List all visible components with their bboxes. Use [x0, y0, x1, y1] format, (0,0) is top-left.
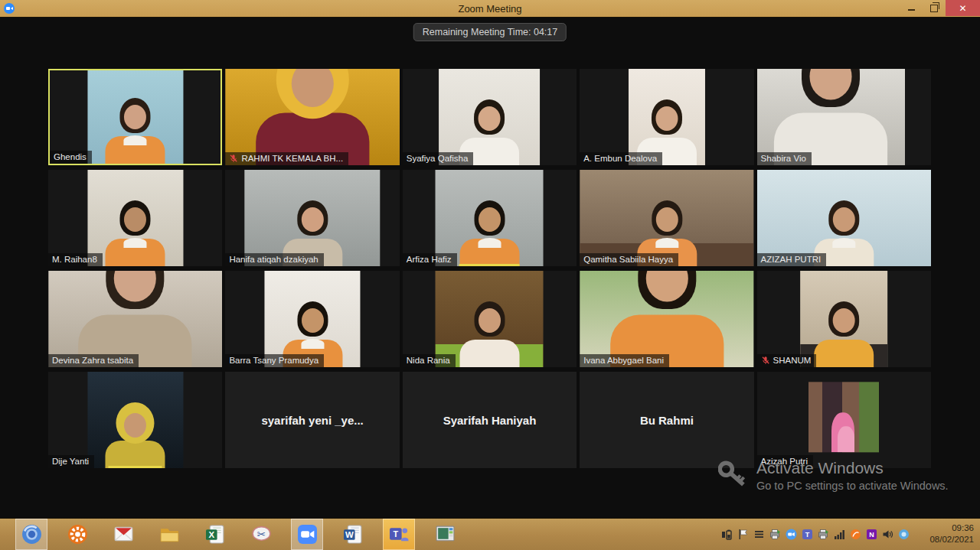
participant-video — [87, 372, 183, 468]
participant-tile[interactable]: Dije Yanti — [48, 372, 222, 468]
minimize-button[interactable] — [900, 0, 923, 16]
taskbar-pinned: X✂WT — [0, 519, 461, 550]
participant-name-text: AZIZAH PUTRI — [761, 255, 822, 264]
participant-name-text: Syafiya Qafisha — [407, 154, 469, 163]
minimize-icon — [908, 9, 915, 11]
participant-tile[interactable]: AZIZAH PUTRI — [757, 170, 931, 266]
speaking-indicator — [459, 264, 520, 266]
tray-speaker-icon[interactable] — [882, 529, 893, 540]
participant-figure — [77, 271, 194, 367]
tray-printer-icon[interactable] — [818, 529, 829, 540]
close-button[interactable]: ✕ — [946, 0, 980, 16]
participant-video — [87, 170, 183, 266]
participant-tile[interactable]: SHANUM — [757, 271, 931, 367]
participant-name-label: Nida Rania — [403, 354, 456, 367]
svg-text:X: X — [208, 530, 214, 539]
participant-tile[interactable]: M. Raihan8 — [48, 170, 222, 266]
taskbar-mail-app-icon[interactable] — [107, 519, 139, 550]
tray-onenote-icon[interactable]: N — [866, 529, 877, 540]
participant-tile[interactable]: Ghendis — [48, 69, 222, 165]
participant-video — [265, 271, 361, 367]
remaining-time-badge: Remaining Meeting Time: 04:17 — [413, 23, 567, 41]
tray-battery-icon[interactable] — [721, 529, 733, 540]
taskbar-zoom-app-icon[interactable] — [291, 519, 323, 550]
taskbar-clock[interactable]: 09:36 08/02/2021 — [929, 522, 974, 545]
tray-printer-icon[interactable] — [769, 529, 781, 540]
participant-figure — [813, 301, 874, 367]
watermark-title: Activate Windows — [756, 459, 949, 477]
participant-figure — [459, 301, 520, 367]
participant-name-label: Ivana Abbygael Bani — [580, 354, 669, 367]
clock-date: 08/02/2021 — [929, 534, 974, 545]
watermark-text: Activate Windows Go to PC settings to ac… — [756, 459, 949, 494]
speaking-indicator — [109, 466, 162, 468]
tray-teamsdot-icon[interactable]: T — [802, 529, 813, 540]
participant-name-label: M. Raihan8 — [48, 253, 103, 266]
participant-video — [87, 70, 183, 164]
participant-name-label: RAHMI TK KEMALA BH... — [225, 152, 348, 165]
profile-photo — [808, 382, 879, 452]
participant-video — [436, 170, 544, 266]
tray-flag-icon[interactable] — [737, 529, 749, 540]
participant-tile[interactable]: Qamitha Sabiila Hayya — [580, 170, 753, 266]
taskbar-teams-icon[interactable]: T — [383, 519, 415, 550]
participant-video — [244, 170, 380, 266]
participant-tile[interactable]: Bu Rahmi — [580, 372, 753, 468]
participant-video — [757, 170, 931, 266]
taskbar-snipping-tool-icon[interactable]: ✂ — [245, 519, 277, 550]
participant-name-text: M. Raihan8 — [52, 255, 97, 264]
participant-tile[interactable]: A. Embun Dealova — [580, 69, 753, 165]
windows-key-icon — [718, 459, 750, 494]
participant-figure — [773, 69, 889, 165]
participant-name-label: Devina Zahra tsabita — [48, 354, 139, 367]
participant-tile[interactable]: RAHMI TK KEMALA BH... — [225, 69, 399, 165]
participant-name-text: Ivana Abbygael Bani — [583, 356, 664, 365]
participant-name-label: Qamitha Sabiila Hayya — [580, 253, 678, 266]
participant-tile[interactable]: Devina Zahra tsabita — [48, 271, 222, 367]
taskbar-excel-icon[interactable]: X — [199, 519, 231, 550]
tray-signal-icon[interactable] — [834, 529, 845, 540]
participant-name-text: Dije Yanti — [52, 457, 89, 466]
participant-tile[interactable]: Nida Rania — [403, 271, 577, 367]
participant-tile[interactable]: Arfiza Hafiz — [403, 170, 577, 266]
participant-name-label: Syafiya Qafisha — [403, 152, 474, 165]
taskbar-image-viewer-icon[interactable] — [429, 519, 461, 550]
svg-text:N: N — [869, 531, 874, 539]
participant-tile[interactable]: Syarifah Haniyah — [403, 372, 577, 468]
participant-tile[interactable]: Azizah Putri — [757, 372, 931, 468]
participant-tile[interactable]: Syafiya Qafisha — [403, 69, 577, 165]
tray-avast-icon[interactable] — [850, 529, 861, 540]
participant-name-label: A. Embun Dealova — [580, 152, 662, 165]
participant-video — [439, 69, 541, 165]
participant-figure — [105, 200, 166, 266]
participant-tile[interactable]: Shabira Vio — [757, 69, 931, 165]
participant-name-text: Shabira Vio — [761, 154, 806, 163]
participant-video — [800, 271, 887, 367]
taskbar-file-explorer-icon[interactable] — [153, 519, 185, 550]
participant-name-centered: Syarifah Haniyah — [403, 372, 577, 468]
participant-tile[interactable]: Barra Tsany Pramudya — [225, 271, 399, 367]
tray-bluedot-icon[interactable] — [898, 529, 910, 540]
svg-text:T: T — [393, 529, 398, 539]
taskbar-settings-gear-icon[interactable] — [61, 519, 93, 550]
participant-figure — [609, 271, 725, 367]
participant-figure — [254, 69, 371, 165]
zoom-meeting-window: Zoom Meeting ✕ Remaining Meeting Time: 0… — [0, 0, 980, 550]
taskbar-chromium-browser-icon[interactable] — [15, 519, 47, 550]
participant-name-label: SHANUM — [757, 354, 817, 367]
muted-mic-icon — [229, 154, 238, 163]
participant-name-label: Hanifa atiqah dzakiyah — [225, 253, 323, 266]
participant-name-centered: Bu Rahmi — [580, 372, 753, 468]
taskbar-word-icon[interactable]: W — [337, 519, 369, 550]
zoom-app-icon — [4, 3, 15, 14]
restore-button[interactable] — [923, 0, 946, 16]
tray-menu-icon[interactable] — [753, 529, 765, 540]
participant-name-label: Arfiza Hafiz — [403, 253, 457, 266]
participant-tile[interactable]: Hanifa atiqah dzakiyah — [225, 170, 399, 266]
participant-tile[interactable]: Ivana Abbygael Bani — [580, 271, 753, 367]
watermark-subtitle: Go to PC settings to activate Windows. — [756, 480, 949, 492]
participant-video — [629, 69, 705, 165]
participant-tile[interactable]: syarifah yeni _ye... — [225, 372, 399, 468]
tray-zoomdot-icon[interactable] — [786, 529, 797, 540]
window-controls: ✕ — [900, 0, 980, 17]
